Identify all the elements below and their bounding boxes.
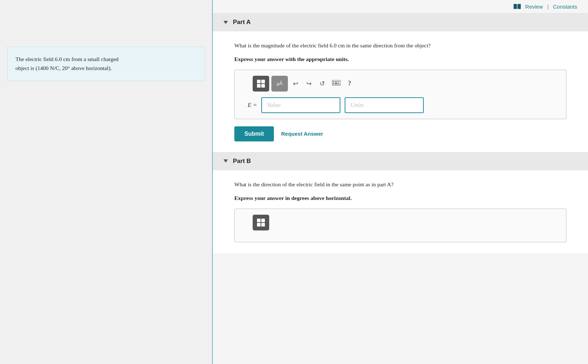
constants-link[interactable]: Constants: [553, 4, 577, 10]
request-answer-link[interactable]: Request Answer: [281, 131, 323, 137]
problem-text-line1: The electric field 6.0 cm from a small c…: [15, 56, 119, 62]
right-panel: Review | Constants Part A What is the ma…: [213, 0, 588, 364]
part-b-label: Part B: [233, 158, 251, 165]
svg-rect-10: [338, 83, 339, 84]
part-b-chevron-icon: [224, 159, 228, 163]
left-panel: The electric field 6.0 cm from a small c…: [0, 0, 212, 364]
submit-row: Submit Request Answer: [234, 126, 566, 141]
svg-rect-5: [335, 81, 336, 82]
part-a-answer-box: μÅ ↩ ↪ ↺: [234, 70, 566, 119]
svg-rect-1: [518, 4, 521, 9]
part-b-question: What is the direction of the electric fi…: [234, 180, 566, 189]
part-a-section: Part A What is the magnitude of the elec…: [213, 13, 588, 152]
svg-rect-0: [514, 4, 517, 9]
part-a-label: Part A: [233, 19, 251, 26]
part-a-toolbar: μÅ ↩ ↪ ↺: [242, 76, 559, 92]
part-b-grid-button[interactable]: [253, 215, 269, 230]
grid-button[interactable]: [253, 76, 269, 92]
value-input[interactable]: [261, 97, 340, 113]
part-b-section: Part B What is the direction of the elec…: [213, 152, 588, 253]
part-a-instruction: Express your answer with the appropriate…: [234, 56, 566, 62]
top-bar: Review | Constants: [213, 0, 588, 13]
svg-rect-3: [332, 80, 341, 85]
redo-button[interactable]: ↪: [303, 78, 314, 89]
mu-button[interactable]: μÅ: [271, 76, 288, 92]
book-icon: [514, 4, 521, 10]
header-separator: |: [547, 4, 549, 10]
undo-button[interactable]: ↩: [290, 78, 301, 89]
part-a-question: What is the magnitude of the electric fi…: [234, 41, 566, 50]
mu-label: μÅ: [277, 81, 282, 86]
units-input[interactable]: [345, 97, 424, 113]
svg-rect-9: [335, 83, 337, 84]
part-a-chevron-icon: [224, 21, 228, 24]
part-b-content: What is the direction of the electric fi…: [213, 170, 588, 253]
part-b-header[interactable]: Part B: [213, 152, 588, 170]
part-a-header[interactable]: Part A: [213, 13, 588, 31]
svg-rect-7: [338, 81, 339, 82]
part-b-instruction: Express your answer in degrees above hor…: [234, 195, 566, 201]
part-b-toolbar: [242, 215, 559, 230]
part-a-content: What is the magnitude of the electric fi…: [213, 31, 588, 152]
svg-rect-4: [333, 81, 334, 82]
part-b-answer-box: [234, 209, 566, 242]
problem-statement: The electric field 6.0 cm from a small c…: [7, 47, 205, 81]
submit-button[interactable]: Submit: [234, 126, 274, 141]
svg-rect-8: [333, 83, 334, 84]
help-button[interactable]: ?: [345, 78, 354, 89]
eq-label: E =: [244, 102, 257, 109]
part-a-input-row: E =: [242, 97, 559, 113]
review-link[interactable]: Review: [525, 4, 543, 10]
keyboard-button[interactable]: [330, 79, 343, 88]
svg-rect-6: [336, 81, 337, 82]
problem-text-line2: object is (1400 N/C, 20° above horizonta…: [15, 65, 112, 71]
reset-button[interactable]: ↺: [317, 78, 328, 89]
